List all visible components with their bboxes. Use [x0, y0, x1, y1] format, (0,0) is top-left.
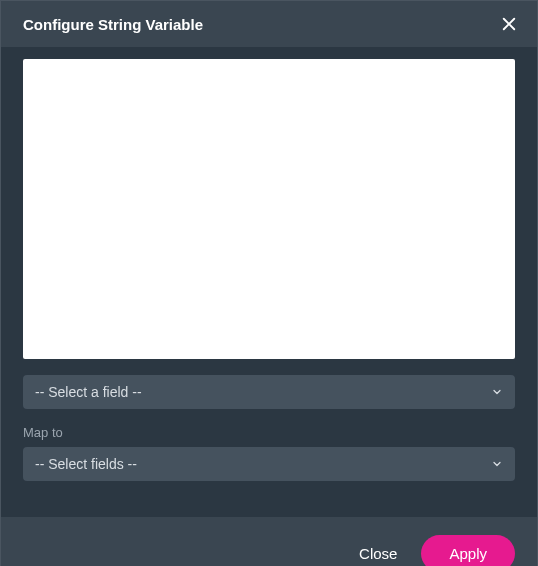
dialog-body: -- Select a field -- Map to -- Select fi… [1, 47, 537, 517]
apply-button[interactable]: Apply [421, 535, 515, 566]
map-to-select[interactable]: -- Select fields -- [23, 447, 515, 481]
close-button[interactable]: Close [353, 535, 403, 566]
map-to-select-wrapper: -- Select fields -- [23, 447, 515, 481]
field-select[interactable]: -- Select a field -- [23, 375, 515, 409]
map-to-label: Map to [23, 425, 515, 440]
content-panel [23, 59, 515, 359]
dialog-header: Configure String Variable [1, 1, 537, 47]
configure-string-variable-dialog: Configure String Variable -- Select a fi… [0, 0, 538, 566]
close-icon[interactable] [499, 14, 519, 34]
dialog-title: Configure String Variable [23, 16, 203, 33]
dialog-footer: Close Apply [1, 517, 537, 566]
field-select-wrapper: -- Select a field -- [23, 375, 515, 409]
